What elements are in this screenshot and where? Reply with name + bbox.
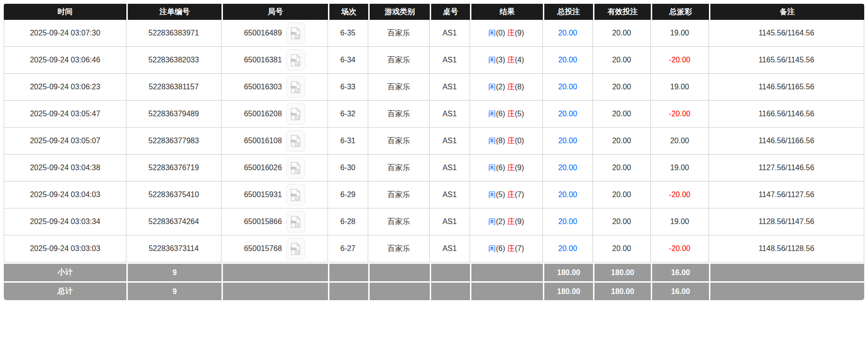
table-row: 2025-09-24 03:06:46 522836382033 6500163… (4, 47, 864, 74)
game-no-text: 650016381 (244, 56, 282, 64)
cell-session: 6-35 (328, 20, 368, 47)
cell-table-no: AS1 (430, 74, 470, 101)
cell-valid-bet: 20.00 (593, 74, 651, 101)
video-replay-button[interactable] (286, 130, 305, 152)
banker-score: (8) (515, 83, 524, 91)
cell-remark: 1166.56/1146.56 (709, 101, 864, 128)
cell-payout: -20.00 (651, 182, 709, 208)
subtotal-valid-bet: 180.00 (593, 262, 651, 281)
col-header-bet-id: 注单编号 (126, 4, 221, 20)
cell-payout: -20.00 (651, 235, 709, 262)
total-payout: 16.00 (651, 281, 709, 300)
cell-bet-id: 522836381157 (126, 74, 221, 101)
cell-game-no: 650016381 (221, 47, 328, 74)
cell-total-bet: 20.00 (543, 208, 593, 235)
table-row: 2025-09-24 03:05:07 522836377983 6500161… (4, 128, 864, 155)
video-file-icon (290, 54, 301, 67)
cell-total-bet: 20.00 (543, 235, 593, 262)
cell-game-type: 百家乐 (368, 235, 430, 262)
cell-valid-bet: 20.00 (593, 235, 651, 262)
video-replay-button[interactable] (286, 49, 305, 71)
col-header-table-no: 桌号 (430, 4, 470, 20)
subtotal-row: 小计 9 180.00 180.00 16.00 (4, 262, 864, 281)
col-header-game-no: 局号 (221, 4, 328, 20)
game-no-text: 650015866 (244, 217, 282, 226)
player-label: 闲 (488, 56, 496, 64)
cell-bet-id: 522836375410 (126, 182, 221, 208)
banker-score: (9) (515, 164, 524, 172)
banker-label: 庄 (507, 137, 515, 145)
cell-payout: 19.00 (651, 155, 709, 182)
video-replay-button[interactable] (286, 211, 305, 233)
video-replay-button[interactable] (286, 184, 305, 206)
cell-bet-id: 522836374264 (126, 208, 221, 235)
cell-valid-bet: 20.00 (593, 20, 651, 47)
player-label: 闲 (488, 110, 496, 118)
cell-valid-bet: 20.00 (593, 101, 651, 128)
cell-total-bet: 20.00 (543, 101, 593, 128)
cell-result: 闲(3) 庄(4) (470, 47, 543, 74)
cell-time: 2025-09-24 03:05:07 (4, 128, 126, 155)
video-replay-button[interactable] (286, 76, 305, 98)
total-label: 总计 (4, 281, 126, 300)
cell-time: 2025-09-24 03:05:47 (4, 101, 126, 128)
cell-bet-id: 522836379489 (126, 101, 221, 128)
video-replay-button[interactable] (286, 103, 305, 125)
cell-session: 6-31 (328, 128, 368, 155)
game-no-text: 650016208 (244, 110, 282, 118)
banker-score: (9) (515, 217, 524, 225)
player-score: (6) (496, 244, 505, 252)
cell-payout: 19.00 (651, 74, 709, 101)
cell-remark: 1146.56/1165.56 (709, 74, 864, 101)
banker-score: (4) (515, 56, 524, 64)
cell-game-type: 百家乐 (368, 47, 430, 74)
cell-game-no: 650016108 (221, 128, 328, 155)
cell-payout: -20.00 (651, 47, 709, 74)
cell-game-type: 百家乐 (368, 208, 430, 235)
video-replay-button[interactable] (286, 157, 305, 179)
cell-table-no: AS1 (430, 155, 470, 182)
cell-table-no: AS1 (430, 20, 470, 47)
player-label: 闲 (488, 83, 496, 91)
player-score: (6) (496, 110, 505, 118)
game-no-text: 650015931 (244, 190, 282, 199)
cell-valid-bet: 20.00 (593, 182, 651, 208)
video-file-icon (290, 108, 301, 121)
cell-session: 6-30 (328, 155, 368, 182)
cell-table-no: AS1 (430, 182, 470, 208)
video-replay-button[interactable] (286, 238, 305, 260)
table-row: 2025-09-24 03:03:03 522836373114 6500157… (4, 235, 864, 262)
player-score: (2) (496, 217, 505, 225)
cell-remark: 1146.56/1166.56 (709, 128, 864, 155)
cell-valid-bet: 20.00 (593, 155, 651, 182)
cell-time: 2025-09-24 03:04:03 (4, 182, 126, 208)
player-label: 闲 (488, 190, 496, 199)
video-replay-button[interactable] (286, 22, 305, 44)
cell-game-no: 650016303 (221, 74, 328, 101)
player-label: 闲 (488, 137, 496, 145)
cell-game-type: 百家乐 (368, 74, 430, 101)
cell-bet-id: 522836377983 (126, 128, 221, 155)
video-file-icon (290, 189, 301, 201)
table-row: 2025-09-24 03:04:38 522836376719 6500160… (4, 155, 864, 182)
col-header-remark: 备注 (709, 4, 864, 20)
cell-total-bet: 20.00 (543, 155, 593, 182)
banker-label: 庄 (507, 29, 515, 37)
cell-time: 2025-09-24 03:04:38 (4, 155, 126, 182)
cell-result: 闲(0) 庄(9) (470, 20, 543, 47)
col-header-valid-bet: 有效投注 (593, 4, 651, 20)
player-score: (5) (496, 190, 505, 199)
cell-result: 闲(8) 庄(0) (470, 128, 543, 155)
cell-game-no: 650015931 (221, 182, 328, 208)
banker-score: (7) (515, 190, 524, 199)
cell-total-bet: 20.00 (543, 128, 593, 155)
cell-bet-id: 522836373114 (126, 235, 221, 262)
subtotal-total-bet: 180.00 (543, 262, 593, 281)
game-no-text: 650015768 (244, 244, 282, 253)
cell-remark: 1127.56/1146.56 (709, 155, 864, 182)
banker-label: 庄 (507, 217, 515, 225)
cell-total-bet: 20.00 (543, 47, 593, 74)
video-file-icon (290, 162, 301, 174)
bet-records-table: 时间 注单编号 局号 场次 游戏类别 桌号 结果 总投注 有效投注 总派彩 备注… (4, 4, 864, 300)
game-no-text: 650016026 (244, 164, 282, 172)
